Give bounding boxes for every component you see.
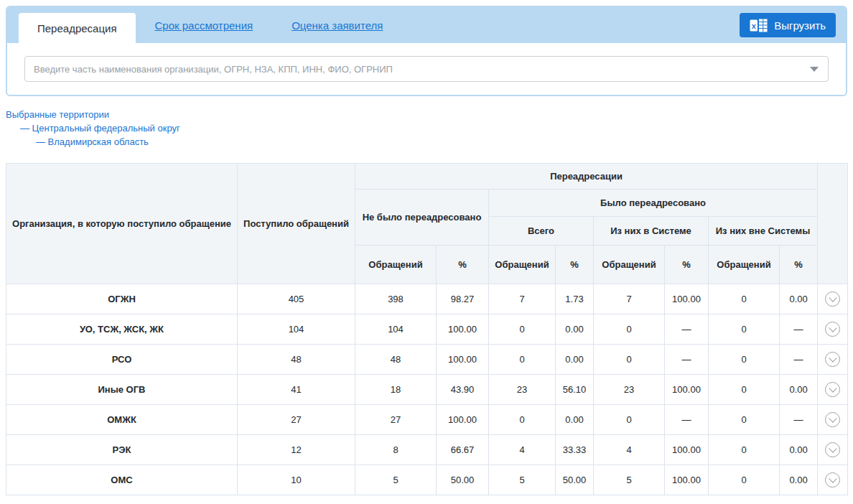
value-cell: 43.90 <box>437 375 489 405</box>
column-group-redirections: Переадресации <box>355 164 818 190</box>
value-cell: 1.73 <box>556 284 594 314</box>
value-cell: 66.67 <box>437 435 489 465</box>
value-cell: 0 <box>709 405 780 435</box>
tab-srok-rassmotreniya[interactable]: Срок рассмотрения <box>155 19 253 32</box>
page: Переадресация Срок рассмотрения Оценка з… <box>0 0 853 501</box>
value-cell: 0.00 <box>780 284 818 314</box>
value-cell: 104 <box>238 314 355 345</box>
value-cell: — <box>780 345 818 375</box>
expand-row-button[interactable] <box>825 291 840 307</box>
value-cell: 100.00 <box>665 284 709 314</box>
value-cell: 104 <box>355 314 437 345</box>
value-cell: 0 <box>709 284 780 314</box>
value-cell: 0.00 <box>556 345 594 375</box>
column-header-appeals: Обращений <box>594 246 665 284</box>
export-button[interactable]: x Выгрузить <box>740 13 836 37</box>
value-cell: — <box>665 314 709 345</box>
org-name-cell: ОМС <box>6 465 238 495</box>
actions-cell <box>818 284 848 314</box>
value-cell: 0 <box>709 435 780 465</box>
expand-row-button[interactable] <box>825 322 840 337</box>
value-cell: 5 <box>489 465 556 495</box>
value-cell: 0 <box>489 314 556 345</box>
actions-cell <box>818 465 848 495</box>
value-cell: 398 <box>355 284 437 314</box>
column-header-percent: % <box>437 246 489 284</box>
value-cell: 4 <box>594 435 665 465</box>
value-cell: 5 <box>355 465 437 495</box>
value-cell: 0.00 <box>780 375 818 405</box>
value-cell: 23 <box>489 375 556 405</box>
actions-cell <box>818 375 848 405</box>
value-cell: 48 <box>238 345 355 375</box>
column-header-appeals: Обращений <box>709 246 780 284</box>
value-cell: 0 <box>709 465 780 495</box>
value-cell: 50.00 <box>556 465 594 495</box>
actions-cell <box>818 435 848 465</box>
org-name-cell: ОГЖН <box>6 284 238 314</box>
actions-cell <box>818 345 848 375</box>
expand-row-button[interactable] <box>825 412 840 427</box>
value-cell: 0.00 <box>556 405 594 435</box>
svg-text:x: x <box>752 21 757 29</box>
value-cell: 100.00 <box>437 345 489 375</box>
value-cell: 33.33 <box>556 435 594 465</box>
column-header-received: Поступило обращений <box>238 164 355 284</box>
expand-row-button[interactable] <box>825 472 840 487</box>
column-header-organization: Организация, в которую поступило обращен… <box>6 164 238 284</box>
column-group-redirected: Было переадресовано <box>489 190 818 217</box>
excel-icon: x <box>750 19 768 32</box>
value-cell: 0 <box>594 345 665 375</box>
column-group-in-system: Из них в Системе <box>594 217 709 246</box>
expand-row-button[interactable] <box>825 352 840 367</box>
column-header-appeals: Обращений <box>489 246 556 284</box>
value-cell: 10 <box>238 465 355 495</box>
search-input[interactable] <box>25 57 828 81</box>
value-cell: 100.00 <box>665 375 709 405</box>
dropdown-arrow-icon[interactable] <box>810 67 819 72</box>
value-cell: 5 <box>594 465 665 495</box>
value-cell: 98.27 <box>437 284 489 314</box>
org-name-cell: РСО <box>6 345 238 375</box>
tab-ocenka-zayavitelya[interactable]: Оценка заявителя <box>292 19 383 32</box>
redirections-table: Организация, в которую поступило обращен… <box>6 163 848 495</box>
value-cell: 50.00 <box>437 465 489 495</box>
org-name-cell: УО, ТСЖ, ЖСК, ЖК <box>6 314 238 345</box>
expand-row-button[interactable] <box>825 382 840 397</box>
tab-bar: Переадресация Срок рассмотрения Оценка з… <box>7 7 846 43</box>
value-cell: 56.10 <box>556 375 594 405</box>
value-cell: 23 <box>594 375 665 405</box>
value-cell: 0 <box>709 375 780 405</box>
table-row: Иные ОГВ 41 18 43.90 23 56.10 23 100.00 … <box>6 375 848 405</box>
value-cell: 0 <box>594 405 665 435</box>
organization-search <box>24 56 829 82</box>
value-cell: 48 <box>355 345 437 375</box>
tab-pereadresaciya[interactable]: Переадресация <box>19 13 136 43</box>
column-header-appeals: Обращений <box>355 246 437 284</box>
value-cell: 41 <box>238 375 355 405</box>
column-header-percent: % <box>665 246 709 284</box>
territories-title: Выбранные территории <box>6 108 847 121</box>
column-group-total: Всего <box>489 217 594 246</box>
org-name-cell: Иные ОГВ <box>6 375 238 405</box>
value-cell: 0 <box>594 314 665 345</box>
selected-territories: Выбранные территории — Центральный федер… <box>6 108 847 149</box>
expand-row-button[interactable] <box>825 442 840 457</box>
value-cell: — <box>780 405 818 435</box>
export-button-label: Выгрузить <box>774 19 826 32</box>
value-cell: — <box>665 345 709 375</box>
value-cell: 0 <box>709 345 780 375</box>
table-row: РЭК 12 8 66.67 4 33.33 4 100.00 0 0.00 <box>6 435 848 465</box>
value-cell: 0.00 <box>780 465 818 495</box>
territory-link-region[interactable]: — Владимирская область <box>36 136 847 149</box>
actions-cell <box>818 405 848 435</box>
value-cell: 0 <box>489 345 556 375</box>
territory-link-federal-district[interactable]: — Центральный федеральный округ <box>20 122 847 135</box>
value-cell: 27 <box>355 405 437 435</box>
value-cell: 100.00 <box>665 435 709 465</box>
table-row: ОМЖК 27 27 100.00 0 0.00 0 — 0 — <box>6 405 848 435</box>
value-cell: 0 <box>709 314 780 345</box>
value-cell: 4 <box>489 435 556 465</box>
actions-cell <box>818 314 848 345</box>
table-row: РСО 48 48 100.00 0 0.00 0 — 0 — <box>6 345 848 375</box>
